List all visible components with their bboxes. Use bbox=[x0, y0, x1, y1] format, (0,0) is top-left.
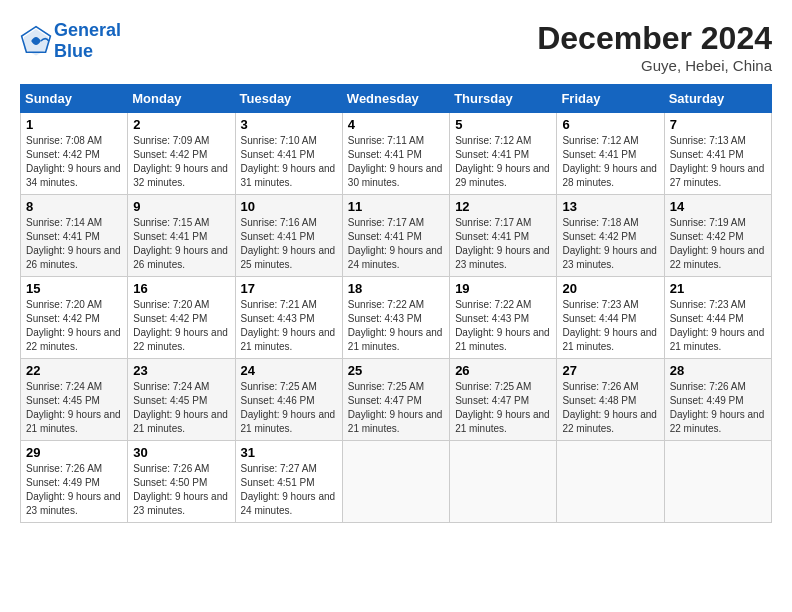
day-number: 30 bbox=[133, 445, 229, 460]
day-info: Sunrise: 7:27 AMSunset: 4:51 PMDaylight:… bbox=[241, 462, 337, 518]
day-number: 19 bbox=[455, 281, 551, 296]
calendar-cell: 26Sunrise: 7:25 AMSunset: 4:47 PMDayligh… bbox=[450, 359, 557, 441]
calendar-cell: 28Sunrise: 7:26 AMSunset: 4:49 PMDayligh… bbox=[664, 359, 771, 441]
calendar: SundayMondayTuesdayWednesdayThursdayFrid… bbox=[20, 84, 772, 523]
day-info: Sunrise: 7:17 AMSunset: 4:41 PMDaylight:… bbox=[455, 216, 551, 272]
header: General Blue December 2024 Guye, Hebei, … bbox=[20, 20, 772, 74]
day-info: Sunrise: 7:25 AMSunset: 4:46 PMDaylight:… bbox=[241, 380, 337, 436]
weekday-header-monday: Monday bbox=[128, 85, 235, 113]
calendar-cell: 12Sunrise: 7:17 AMSunset: 4:41 PMDayligh… bbox=[450, 195, 557, 277]
calendar-week-row: 29Sunrise: 7:26 AMSunset: 4:49 PMDayligh… bbox=[21, 441, 772, 523]
logo: General Blue bbox=[20, 20, 121, 62]
calendar-cell: 24Sunrise: 7:25 AMSunset: 4:46 PMDayligh… bbox=[235, 359, 342, 441]
day-number: 25 bbox=[348, 363, 444, 378]
day-info: Sunrise: 7:26 AMSunset: 4:49 PMDaylight:… bbox=[26, 462, 122, 518]
calendar-cell: 2Sunrise: 7:09 AMSunset: 4:42 PMDaylight… bbox=[128, 113, 235, 195]
calendar-cell: 7Sunrise: 7:13 AMSunset: 4:41 PMDaylight… bbox=[664, 113, 771, 195]
calendar-cell: 13Sunrise: 7:18 AMSunset: 4:42 PMDayligh… bbox=[557, 195, 664, 277]
day-number: 14 bbox=[670, 199, 766, 214]
calendar-cell bbox=[557, 441, 664, 523]
day-number: 24 bbox=[241, 363, 337, 378]
weekday-header-thursday: Thursday bbox=[450, 85, 557, 113]
calendar-week-row: 15Sunrise: 7:20 AMSunset: 4:42 PMDayligh… bbox=[21, 277, 772, 359]
month-title: December 2024 bbox=[537, 20, 772, 57]
day-info: Sunrise: 7:13 AMSunset: 4:41 PMDaylight:… bbox=[670, 134, 766, 190]
day-number: 16 bbox=[133, 281, 229, 296]
day-number: 10 bbox=[241, 199, 337, 214]
day-info: Sunrise: 7:26 AMSunset: 4:50 PMDaylight:… bbox=[133, 462, 229, 518]
calendar-cell: 9Sunrise: 7:15 AMSunset: 4:41 PMDaylight… bbox=[128, 195, 235, 277]
day-number: 12 bbox=[455, 199, 551, 214]
day-info: Sunrise: 7:15 AMSunset: 4:41 PMDaylight:… bbox=[133, 216, 229, 272]
day-info: Sunrise: 7:18 AMSunset: 4:42 PMDaylight:… bbox=[562, 216, 658, 272]
day-info: Sunrise: 7:22 AMSunset: 4:43 PMDaylight:… bbox=[455, 298, 551, 354]
calendar-cell: 14Sunrise: 7:19 AMSunset: 4:42 PMDayligh… bbox=[664, 195, 771, 277]
day-number: 22 bbox=[26, 363, 122, 378]
calendar-week-row: 22Sunrise: 7:24 AMSunset: 4:45 PMDayligh… bbox=[21, 359, 772, 441]
calendar-header-row: SundayMondayTuesdayWednesdayThursdayFrid… bbox=[21, 85, 772, 113]
day-info: Sunrise: 7:25 AMSunset: 4:47 PMDaylight:… bbox=[455, 380, 551, 436]
day-number: 11 bbox=[348, 199, 444, 214]
calendar-cell: 15Sunrise: 7:20 AMSunset: 4:42 PMDayligh… bbox=[21, 277, 128, 359]
day-info: Sunrise: 7:11 AMSunset: 4:41 PMDaylight:… bbox=[348, 134, 444, 190]
day-number: 18 bbox=[348, 281, 444, 296]
day-info: Sunrise: 7:12 AMSunset: 4:41 PMDaylight:… bbox=[455, 134, 551, 190]
calendar-cell: 6Sunrise: 7:12 AMSunset: 4:41 PMDaylight… bbox=[557, 113, 664, 195]
weekday-header-wednesday: Wednesday bbox=[342, 85, 449, 113]
day-number: 23 bbox=[133, 363, 229, 378]
calendar-cell: 27Sunrise: 7:26 AMSunset: 4:48 PMDayligh… bbox=[557, 359, 664, 441]
day-number: 28 bbox=[670, 363, 766, 378]
day-info: Sunrise: 7:16 AMSunset: 4:41 PMDaylight:… bbox=[241, 216, 337, 272]
day-info: Sunrise: 7:22 AMSunset: 4:43 PMDaylight:… bbox=[348, 298, 444, 354]
day-number: 17 bbox=[241, 281, 337, 296]
calendar-cell: 30Sunrise: 7:26 AMSunset: 4:50 PMDayligh… bbox=[128, 441, 235, 523]
day-number: 15 bbox=[26, 281, 122, 296]
day-info: Sunrise: 7:23 AMSunset: 4:44 PMDaylight:… bbox=[670, 298, 766, 354]
calendar-cell: 5Sunrise: 7:12 AMSunset: 4:41 PMDaylight… bbox=[450, 113, 557, 195]
weekday-header-saturday: Saturday bbox=[664, 85, 771, 113]
day-info: Sunrise: 7:10 AMSunset: 4:41 PMDaylight:… bbox=[241, 134, 337, 190]
calendar-cell bbox=[450, 441, 557, 523]
day-number: 7 bbox=[670, 117, 766, 132]
calendar-cell bbox=[664, 441, 771, 523]
location: Guye, Hebei, China bbox=[537, 57, 772, 74]
calendar-cell: 17Sunrise: 7:21 AMSunset: 4:43 PMDayligh… bbox=[235, 277, 342, 359]
day-number: 31 bbox=[241, 445, 337, 460]
weekday-header-tuesday: Tuesday bbox=[235, 85, 342, 113]
day-number: 9 bbox=[133, 199, 229, 214]
day-info: Sunrise: 7:25 AMSunset: 4:47 PMDaylight:… bbox=[348, 380, 444, 436]
calendar-cell: 1Sunrise: 7:08 AMSunset: 4:42 PMDaylight… bbox=[21, 113, 128, 195]
day-info: Sunrise: 7:08 AMSunset: 4:42 PMDaylight:… bbox=[26, 134, 122, 190]
calendar-cell: 16Sunrise: 7:20 AMSunset: 4:42 PMDayligh… bbox=[128, 277, 235, 359]
day-info: Sunrise: 7:26 AMSunset: 4:48 PMDaylight:… bbox=[562, 380, 658, 436]
day-number: 4 bbox=[348, 117, 444, 132]
day-number: 2 bbox=[133, 117, 229, 132]
day-number: 8 bbox=[26, 199, 122, 214]
day-number: 3 bbox=[241, 117, 337, 132]
day-number: 13 bbox=[562, 199, 658, 214]
calendar-cell bbox=[342, 441, 449, 523]
day-number: 21 bbox=[670, 281, 766, 296]
calendar-cell: 11Sunrise: 7:17 AMSunset: 4:41 PMDayligh… bbox=[342, 195, 449, 277]
calendar-cell: 10Sunrise: 7:16 AMSunset: 4:41 PMDayligh… bbox=[235, 195, 342, 277]
day-info: Sunrise: 7:21 AMSunset: 4:43 PMDaylight:… bbox=[241, 298, 337, 354]
calendar-week-row: 8Sunrise: 7:14 AMSunset: 4:41 PMDaylight… bbox=[21, 195, 772, 277]
weekday-header-friday: Friday bbox=[557, 85, 664, 113]
day-info: Sunrise: 7:09 AMSunset: 4:42 PMDaylight:… bbox=[133, 134, 229, 190]
day-info: Sunrise: 7:23 AMSunset: 4:44 PMDaylight:… bbox=[562, 298, 658, 354]
calendar-cell: 31Sunrise: 7:27 AMSunset: 4:51 PMDayligh… bbox=[235, 441, 342, 523]
day-info: Sunrise: 7:20 AMSunset: 4:42 PMDaylight:… bbox=[133, 298, 229, 354]
logo-icon bbox=[20, 25, 52, 57]
title-area: December 2024 Guye, Hebei, China bbox=[537, 20, 772, 74]
day-info: Sunrise: 7:19 AMSunset: 4:42 PMDaylight:… bbox=[670, 216, 766, 272]
day-info: Sunrise: 7:24 AMSunset: 4:45 PMDaylight:… bbox=[26, 380, 122, 436]
calendar-cell: 4Sunrise: 7:11 AMSunset: 4:41 PMDaylight… bbox=[342, 113, 449, 195]
calendar-cell: 22Sunrise: 7:24 AMSunset: 4:45 PMDayligh… bbox=[21, 359, 128, 441]
day-info: Sunrise: 7:20 AMSunset: 4:42 PMDaylight:… bbox=[26, 298, 122, 354]
calendar-cell: 3Sunrise: 7:10 AMSunset: 4:41 PMDaylight… bbox=[235, 113, 342, 195]
day-info: Sunrise: 7:14 AMSunset: 4:41 PMDaylight:… bbox=[26, 216, 122, 272]
day-number: 26 bbox=[455, 363, 551, 378]
calendar-cell: 23Sunrise: 7:24 AMSunset: 4:45 PMDayligh… bbox=[128, 359, 235, 441]
day-info: Sunrise: 7:24 AMSunset: 4:45 PMDaylight:… bbox=[133, 380, 229, 436]
calendar-cell: 20Sunrise: 7:23 AMSunset: 4:44 PMDayligh… bbox=[557, 277, 664, 359]
